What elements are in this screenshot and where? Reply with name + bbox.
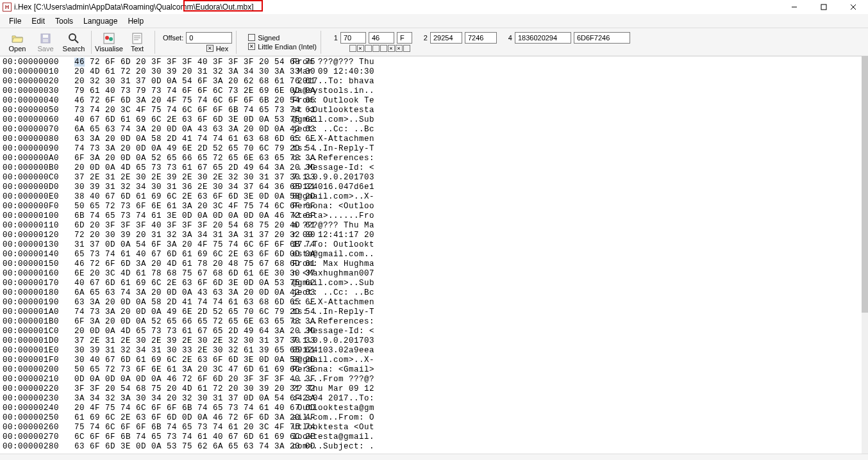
bit-1[interactable] [357, 45, 364, 52]
hex-bytes[interactable]: 79 61 40 73 79 73 74 6F 6F 6C 73 2E 69 6… [74, 86, 286, 96]
hex-bytes[interactable]: 74 73 3A 20 0D 0A 49 6E 2D 52 65 70 6C 7… [74, 308, 286, 317]
hex-bytes[interactable]: 30 39 31 32 34 30 31 36 2E 30 34 37 64 3… [74, 183, 286, 192]
hex-ascii[interactable]: o: ..References: [292, 154, 374, 163]
hex-row[interactable]: 00:000001D0 37 2E 31 2E 30 2E 39 2E 30 2… [3, 336, 859, 346]
bit-6[interactable] [396, 45, 403, 52]
hex-ascii[interactable]: c: ..X-Attachmen [292, 298, 374, 308]
hex-ascii[interactable]: ?? Thu Mar 09 12 [292, 384, 374, 394]
hex-bytes[interactable]: 73 74 20 3C 4F 75 74 6C 6F 6F 6B 74 65 7… [74, 106, 286, 115]
hex-bytes[interactable]: 37 2E 31 2E 30 2E 39 2E 30 2E 32 30 31 3… [74, 173, 286, 183]
hex-bytes[interactable]: 50 65 72 73 6F 6E 61 3A 20 3C 47 6D 61 6… [74, 365, 286, 375]
signed-checkbox[interactable] [248, 34, 255, 41]
hex-row[interactable]: 00:000000D0 30 39 31 32 34 30 31 36 2E 3… [3, 183, 859, 192]
hex-row[interactable]: 00:000000C0 37 2E 31 2E 30 2E 39 2E 30 2… [3, 173, 859, 183]
hex-row[interactable]: 00:00000230 3A 34 32 3A 30 34 20 32 30 3… [3, 394, 859, 404]
hex-row[interactable]: 00:00000280 63 6F 6D 3E 0D 0A 53 75 62 6… [3, 442, 859, 452]
hex-ascii[interactable]: m ???@??? Thu Ma [292, 221, 374, 231]
hex-ascii[interactable]: From ???@??? Thu [292, 58, 374, 67]
minimize-button[interactable] [780, 0, 809, 14]
hex-bytes[interactable]: 6C 6F 6F 6B 74 65 73 74 61 40 67 6D 61 6… [74, 432, 286, 442]
hex-ascii[interactable]: ail.com..From: O [292, 413, 374, 423]
hex-ascii[interactable]: @gmail.com>..Sub [292, 279, 374, 288]
hex-bytes[interactable]: 37 2E 31 2E 30 2E 39 2E 30 2E 32 30 31 3… [74, 336, 286, 346]
hex-ascii[interactable]: ..Message-Id: < [292, 163, 374, 173]
visualise-button[interactable]: Visualise [96, 29, 122, 55]
menu-language[interactable]: Language [78, 15, 122, 27]
value-4-dec[interactable] [515, 32, 571, 44]
scrollbar-thumb[interactable] [862, 56, 868, 313]
hex-row[interactable]: 00:00000210 0D 0A 0D 0A 0D 0A 46 72 6F 6… [3, 375, 859, 384]
hex-row[interactable]: 00:000000A0 6F 3A 20 0D 0A 52 65 66 65 7… [3, 154, 859, 163]
hex-ascii[interactable]: @gmail.com>..Sub [292, 115, 374, 125]
hex-bytes[interactable]: 20 0D 0A 4D 65 73 73 61 67 65 2D 49 64 3… [74, 163, 286, 173]
value-1-hex[interactable] [369, 32, 394, 44]
hex-row[interactable]: 00:00000220 3F 3F 20 54 68 75 20 4D 61 7… [3, 384, 859, 394]
hex-row[interactable]: 00:00000150 46 72 6F 6D 3A 20 4D 61 78 2… [3, 259, 859, 269]
hex-bytes[interactable]: 74 73 3A 20 0D 0A 49 6E 2D 52 65 70 6C 7… [74, 144, 286, 154]
hex-ascii[interactable]: Persona: <Outloo [292, 202, 374, 211]
hex-ascii[interactable]: utlooktesta <Out [292, 423, 374, 432]
hex-ascii[interactable]: 2017..To: bhava [292, 77, 374, 86]
hex-row[interactable]: 00:00000180 6A 65 63 74 3A 20 0D 0A 43 6… [3, 288, 859, 298]
hex-bytes[interactable]: 20 4F 75 74 6C 6F 6F 6B 74 65 73 74 61 4… [74, 404, 286, 413]
hex-ascii[interactable]: looktesta@gmail. [292, 432, 374, 442]
hex-row[interactable]: 00:00000000 46 72 6F 6D 20 3F 3F 3F 40 3… [3, 58, 859, 67]
open-button[interactable]: Open [4, 29, 31, 55]
hex-bytes[interactable]: 65 73 74 61 40 67 6D 61 69 6C 2E 63 6F 6… [74, 250, 286, 259]
hex-row[interactable]: 00:000000E0 38 40 67 6D 61 69 6C 2E 63 6… [3, 192, 859, 202]
menu-help[interactable]: Help [122, 15, 149, 27]
hex-row[interactable]: 00:00000040 46 72 6F 6D 3A 20 4F 75 74 6… [3, 96, 859, 106]
hex-bytes[interactable]: 3F 3F 20 54 68 75 20 4D 61 72 20 30 39 2… [74, 384, 286, 394]
hex-row[interactable]: 00:00000090 74 73 3A 20 0D 0A 49 6E 2D 5… [3, 144, 859, 154]
hex-bytes[interactable]: 38 40 67 6D 61 69 6C 2E 63 6F 6D 3E 0D 0… [74, 192, 286, 202]
hex-bytes[interactable]: 50 65 72 73 6F 6E 61 3A 20 3C 4F 75 74 6… [74, 202, 286, 211]
hex-row[interactable]: 00:00000200 50 65 72 73 6F 6E 61 3A 20 3… [3, 365, 859, 375]
value-1-dec[interactable] [340, 32, 366, 44]
hex-row[interactable]: 00:00000080 63 3A 20 0D 0A 58 2D 41 74 7… [3, 135, 859, 144]
hex-row[interactable]: 00:00000070 6A 65 63 74 3A 20 0D 0A 43 6… [3, 125, 859, 135]
hex-bytes[interactable]: 20 32 30 31 37 0D 0A 54 6F 3A 20 62 68 6… [74, 77, 286, 86]
hex-row[interactable]: 00:00000050 73 74 20 3C 4F 75 74 6C 6F 6… [3, 106, 859, 115]
hex-bytes[interactable]: 40 67 6D 61 69 6C 2E 63 6F 6D 3E 0D 0A 5… [74, 115, 286, 125]
hex-bytes[interactable]: 72 20 30 39 20 31 32 3A 34 31 3A 31 37 2… [74, 231, 286, 240]
hex-checkbox[interactable] [206, 45, 213, 52]
hex-bytes[interactable]: 6D 20 3F 3F 3F 40 3F 3F 3F 20 54 68 75 2… [74, 221, 286, 231]
hex-row[interactable]: 00:00000270 6C 6F 6F 6B 74 65 73 74 61 4… [3, 432, 859, 442]
close-button[interactable] [839, 0, 868, 14]
value-2-dec[interactable] [430, 32, 462, 44]
hex-ascii[interactable]: ts: ..In-Reply-T [292, 144, 374, 154]
bit-0[interactable] [349, 45, 356, 52]
little-endian-checkbox[interactable] [248, 43, 255, 50]
hex-ascii[interactable]: ts: ..In-Reply-T [292, 308, 374, 317]
save-button[interactable]: Save [32, 29, 59, 55]
hex-ascii[interactable]: Outlooktesta@gm [292, 404, 374, 413]
hex-ascii[interactable]: 17..To: Outlookt [292, 240, 374, 250]
hex-ascii[interactable]: com>..Subject: . [292, 442, 374, 452]
hex-ascii[interactable]: o: ..References: [292, 317, 374, 327]
text-button[interactable]: Text [124, 29, 151, 55]
vertical-scrollbar[interactable] [862, 56, 868, 454]
hex-bytes[interactable]: 63 6F 6D 3E 0D 0A 53 75 62 6A 65 63 74 3… [74, 442, 286, 452]
hex-bytes[interactable]: 30 40 67 6D 61 69 6C 2E 63 6F 6D 3E 0D 0… [74, 356, 286, 365]
bit-5[interactable] [388, 45, 395, 52]
hex-ascii[interactable]: ject: ..Cc: ..Bc [292, 125, 374, 135]
maximize-button[interactable] [809, 0, 839, 14]
hex-row[interactable]: 00:000001A0 74 73 3A 20 0D 0A 49 6E 2D 5… [3, 308, 859, 317]
hex-ascii[interactable]: r 09 12:41:17 20 [292, 231, 374, 240]
menu-tools[interactable]: Tools [50, 15, 78, 27]
hex-row[interactable]: 00:00000170 40 67 6D 61 69 6C 2E 63 6F 6… [3, 279, 859, 288]
hex-row[interactable]: 00:00000130 31 37 0D 0A 54 6F 3A 20 4F 7… [3, 240, 859, 250]
hex-ascii[interactable]: n <Maxhughman007 [292, 269, 374, 279]
hex-row[interactable]: 00:00000120 72 20 30 39 20 31 32 3A 34 3… [3, 231, 859, 240]
hex-ascii[interactable]: ..Message-Id: < [292, 327, 374, 336]
search-button[interactable]: Search [60, 29, 87, 55]
hex-row[interactable]: 00:00000160 6E 20 3C 4D 61 78 68 75 67 6… [3, 269, 859, 279]
hex-row[interactable]: 00:00000110 6D 20 3F 3F 3F 40 3F 3F 3F 2… [3, 221, 859, 231]
hex-bytes[interactable]: 3A 34 32 3A 30 34 20 32 30 31 37 0D 0A 5… [74, 394, 286, 404]
hex-ascii[interactable]: c: ..X-Attachmen [292, 135, 374, 144]
offset-input[interactable] [186, 32, 232, 44]
hex-row[interactable]: 00:00000020 20 32 30 31 37 0D 0A 54 6F 3… [3, 77, 859, 86]
hex-ascii[interactable]: 0@gmail.com>..X- [292, 356, 374, 365]
hex-row[interactable]: 00:00000010 20 4D 61 72 20 30 39 20 31 3… [3, 67, 859, 77]
menu-edit[interactable]: Edit [26, 15, 50, 27]
